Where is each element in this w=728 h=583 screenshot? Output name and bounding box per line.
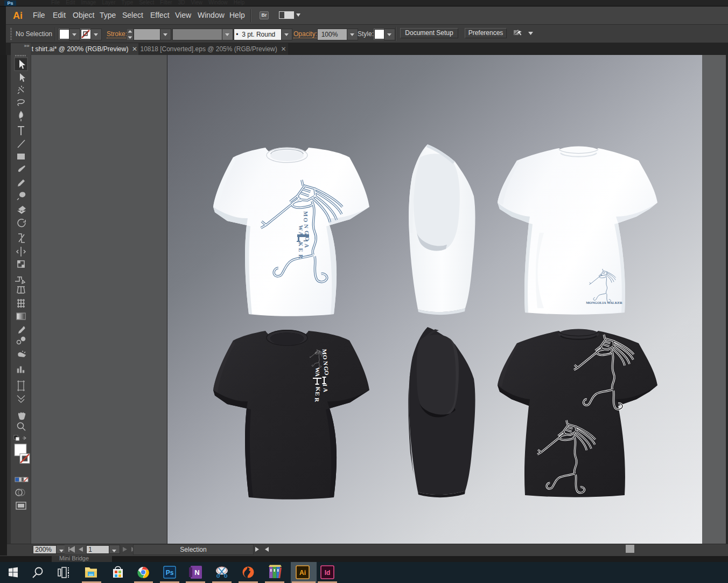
svg-text:E: E	[314, 392, 321, 395]
svg-text:A: A	[323, 388, 329, 392]
svg-text:O: O	[324, 371, 330, 376]
svg-text:MONGOLIA WALKER: MONGOLIA WALKER	[586, 301, 622, 304]
svg-text:G: G	[304, 231, 310, 235]
svg-text:A: A	[314, 372, 321, 377]
svg-text:N: N	[323, 361, 329, 365]
svg-text:W: W	[298, 225, 304, 231]
svg-text:O: O	[303, 218, 309, 222]
svg-text:M: M	[321, 349, 328, 355]
svg-text:R: R	[298, 254, 304, 259]
svg-text:I: I	[322, 384, 328, 386]
svg-text:E: E	[298, 248, 304, 252]
svg-text:R: R	[314, 398, 320, 402]
svg-text:Ai: Ai	[299, 569, 306, 577]
svg-text:N: N	[194, 568, 199, 577]
svg-text:Ps: Ps	[166, 569, 174, 577]
svg-text:A: A	[304, 244, 310, 248]
svg-text:Id: Id	[325, 569, 331, 577]
svg-text:K: K	[315, 387, 321, 392]
svg-text:K: K	[298, 242, 304, 247]
svg-text:M: M	[303, 211, 309, 217]
svg-text:O: O	[322, 355, 328, 360]
